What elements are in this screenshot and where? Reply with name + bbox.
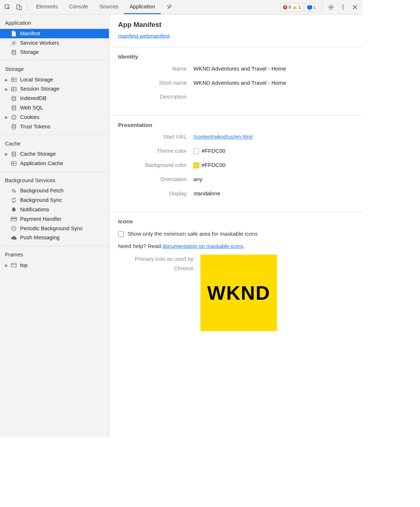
themecolor-swatch [194, 148, 199, 154]
svg-point-16 [12, 105, 16, 107]
sidebar-item-manifest[interactable]: ▶ Manifest [0, 29, 109, 38]
sidebar-item-session-storage[interactable]: ▶ Session Storage [0, 84, 109, 94]
starturl-value[interactable]: /content/wknd/us/en.html [194, 134, 253, 140]
separator [27, 3, 27, 11]
svg-rect-29 [11, 218, 17, 219]
tab-elements[interactable]: Elements [31, 0, 63, 14]
sidebar-item-cookies[interactable]: ▶ Cookies [0, 113, 109, 122]
sidebar-item-periodic-sync[interactable]: ▶ Periodic Background Sync [0, 224, 109, 233]
issues-badge-group[interactable]: ✕8 1 [281, 3, 303, 11]
svg-rect-2 [19, 6, 21, 9]
manifest-header-block: App Manifest manifest.webmanifest [109, 15, 362, 47]
sidebar-item-label: Background Fetch [20, 188, 63, 194]
sidebar-item-label: top [20, 262, 27, 268]
separator [322, 3, 322, 11]
card-icon [11, 216, 17, 222]
chevron-right-icon[interactable]: ▶ [5, 87, 8, 91]
chevron-right-icon[interactable]: ▶ [5, 77, 8, 82]
sidebar-item-label: Payment Handler [20, 216, 61, 222]
error-icon: ✕ [283, 5, 287, 9]
sidebar-item-top-frame[interactable]: ▶ top [0, 260, 109, 270]
message-count: 1 [313, 5, 316, 10]
warning-icon [293, 5, 297, 9]
maskable-checkbox[interactable] [118, 231, 124, 237]
sidebar-section-frames: Frames ▶ top [0, 246, 109, 273]
kebab-menu-icon[interactable] [338, 2, 348, 12]
sidebar-item-label: Session Storage [20, 86, 59, 92]
sidebar-item-application-cache[interactable]: ▶ Application Cache [0, 159, 109, 168]
orientation-label: Orientation [118, 176, 193, 183]
svg-point-17 [12, 115, 16, 120]
tab-console[interactable]: Console [63, 0, 94, 14]
sidebar-item-indexeddb[interactable]: ▶ IndexedDB [0, 94, 109, 103]
close-icon[interactable] [350, 2, 360, 12]
sidebar-item-background-fetch[interactable]: ▶ Background Fetch [0, 186, 109, 196]
error-badge[interactable]: ✕8 [283, 5, 291, 10]
error-count: 8 [289, 5, 291, 10]
sidebar-item-label: Push Messaging [20, 235, 59, 241]
sidebar-item-label: Trust Tokens [20, 124, 50, 130]
settings-icon[interactable] [326, 2, 336, 12]
sidebar-section-cache: Cache ▶ Cache Storage ▶ Application Cach… [0, 135, 109, 172]
shortname-value: WKND Adventures and Travel - Home [194, 80, 286, 86]
grid-icon [11, 77, 17, 83]
tab-application[interactable]: Application [124, 0, 161, 14]
inspect-element-icon[interactable] [3, 2, 13, 12]
application-sidebar: Application ▶ Manifest ▶ Service Workers… [0, 15, 109, 438]
sidebar-heading-bgservices: Background Services [0, 175, 109, 186]
shortname-label: Short name [118, 80, 193, 86]
help-suffix: . [243, 243, 245, 249]
sidebar-item-storage[interactable]: ▶ Storage [0, 48, 109, 57]
maskable-help-text: Need help? Read documentation on maskabl… [118, 243, 353, 249]
sidebar-item-local-storage[interactable]: ▶ Local Storage [0, 75, 109, 84]
sidebar-item-trust-tokens[interactable]: ▶ Trust Tokens [0, 122, 109, 132]
sidebar-item-label: Background Sync [20, 197, 62, 203]
db-icon [11, 105, 17, 111]
svg-point-23 [12, 152, 16, 153]
updown-icon [11, 188, 17, 194]
cookie-icon [11, 114, 17, 120]
gear-icon [11, 40, 17, 46]
maskable-docs-link[interactable]: documentation on maskable icons [162, 243, 243, 249]
primary-icon-preview: WKND [201, 255, 277, 331]
starturl-label: Start URL [118, 134, 193, 140]
cloud-icon [11, 235, 17, 241]
description-label: Description [118, 94, 193, 100]
db-icon [11, 124, 17, 130]
file-icon [11, 31, 17, 37]
svg-point-15 [12, 96, 16, 98]
warning-badge[interactable]: 1 [293, 5, 301, 10]
orientation-value: any [194, 176, 202, 183]
maskable-checkbox-label: Show only the minimum safe area for mask… [127, 231, 258, 237]
sidebar-item-service-workers[interactable]: ▶ Service Workers [0, 38, 109, 48]
messages-badge-group[interactable]: 1 [305, 3, 318, 11]
sidebar-item-label: Cache Storage [20, 151, 56, 157]
chevron-right-icon[interactable]: ▶ [5, 115, 8, 120]
bgcolor-value: #FFDC00 [202, 162, 225, 168]
chevron-right-icon[interactable]: ▶ [5, 263, 8, 267]
display-value: standalone [194, 190, 221, 197]
message-badge[interactable]: 1 [307, 5, 316, 10]
tab-sources[interactable]: Sources [94, 0, 124, 14]
themecolor-label: Theme color [118, 148, 193, 154]
db-icon [11, 49, 17, 55]
sidebar-item-notifications[interactable]: ▶ Notifications [0, 205, 109, 215]
chevron-right-icon[interactable]: ▶ [5, 152, 8, 156]
help-prefix: Need help? Read [118, 243, 162, 249]
sidebar-item-push-messaging[interactable]: ▶ Push Messaging [0, 233, 109, 243]
sidebar-item-cache-storage[interactable]: ▶ Cache Storage [0, 149, 109, 159]
sidebar-item-payment-handler[interactable]: ▶ Payment Handler [0, 214, 109, 224]
sidebar-item-label: Notifications [20, 207, 49, 213]
sidebar-item-background-sync[interactable]: ▶ Background Sync [0, 196, 109, 205]
sidebar-item-label: Local Storage [20, 77, 53, 83]
primary-icon-label: Primary icon as used by Chrome [118, 255, 193, 273]
sidebar-item-label: IndexedDB [20, 95, 47, 101]
sidebar-item-label: Cookies [20, 114, 39, 120]
tabs-overflow-icon[interactable] [161, 0, 178, 14]
devtools-topbar: Elements Console Sources Application ✕8 … [0, 0, 362, 15]
manifest-link[interactable]: manifest.webmanifest [118, 33, 170, 39]
device-toggle-icon[interactable] [14, 2, 24, 12]
svg-point-22 [12, 124, 16, 126]
sidebar-item-websql[interactable]: ▶ Web SQL [0, 103, 109, 113]
sidebar-heading-frames: Frames [0, 249, 109, 260]
